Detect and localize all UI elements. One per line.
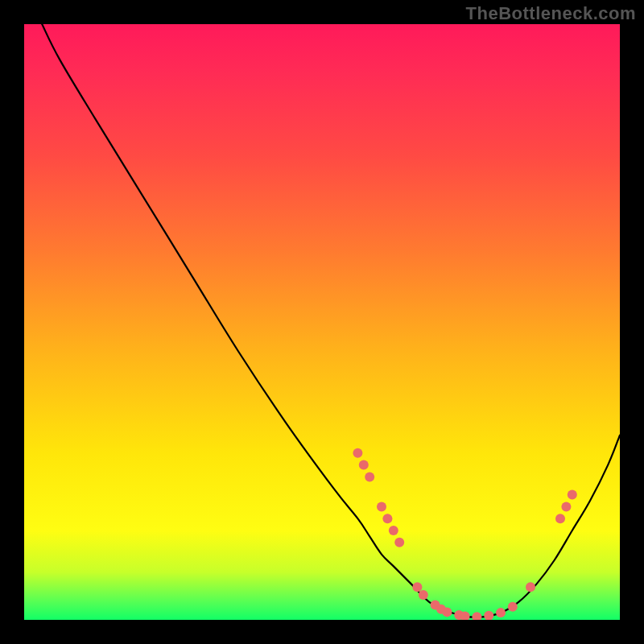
curve-marker	[496, 608, 506, 617]
curve-marker	[389, 526, 398, 535]
curve-marker	[526, 582, 535, 592]
curve-marker	[508, 602, 518, 612]
curve-marker	[472, 612, 481, 620]
curve-marker	[568, 490, 577, 500]
curve-marker	[382, 514, 392, 523]
curve-marker	[561, 502, 571, 511]
plot-area	[24, 24, 620, 620]
curve-marker	[359, 460, 369, 470]
chart-svg	[24, 24, 620, 620]
curve-marker	[412, 582, 422, 592]
curve-marker	[377, 502, 386, 511]
bottleneck-curve	[42, 24, 620, 617]
curve-marker	[353, 448, 362, 458]
chart-frame: TheBottleneck.com	[0, 0, 644, 644]
curve-marker	[365, 472, 374, 481]
watermark-text: TheBottleneck.com	[466, 3, 636, 24]
curve-marker	[419, 590, 428, 600]
curve-markers	[353, 448, 576, 620]
curve-marker	[555, 514, 565, 523]
curve-marker	[394, 538, 404, 547]
curve-marker	[484, 611, 493, 620]
curve-marker	[442, 607, 452, 617]
